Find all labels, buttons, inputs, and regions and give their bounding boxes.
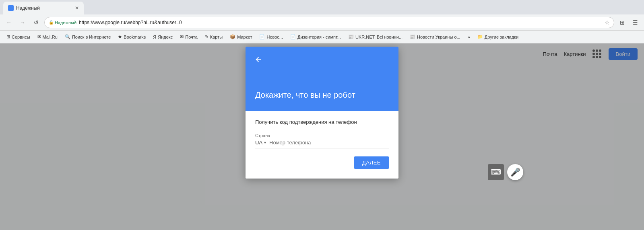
bookmark-maps-label: Карты [210,35,223,39]
novosti-icon: 📄 [259,34,265,39]
bookmark-yandex-label: Яндекс [158,35,173,39]
menu-button[interactable]: ☰ [630,17,641,28]
dialog-title: Докажите, что вы не робот [255,90,389,100]
bookmark-search-internet-label: Поиск в Интернете [72,35,111,39]
bookmark-dizentery-label: Дизентерия - симпт... [297,35,341,39]
bookmark-services[interactable]: ⊞ Сервисы [3,33,33,41]
bookmarks-bar: ⊞ Сервисы ✉ Mail.Ru 🔍 Поиск в Интернете … [0,31,644,43]
lock-icon: 🔒 [49,20,54,25]
bookmark-pochta[interactable]: ✉ Почта [177,33,201,41]
ukrnet-icon: 📰 [348,34,354,39]
bookmark-mailru-label: Mail.Ru [43,35,58,39]
bookmark-novosti-ukrainy[interactable]: 📰 Новости Украины о... [407,33,464,41]
bookmark-search-internet[interactable]: 🔍 Поиск в Интернете [62,33,114,41]
microphone-icon[interactable]: 🎤 [507,164,523,180]
bookmark-services-label: Сервисы [12,35,30,39]
tab-favicon [8,5,14,11]
extensions-button[interactable]: ⊞ [617,17,628,28]
country-select[interactable]: UA ▾ [255,140,266,146]
bookmark-yandex[interactable]: Я Яндекс [150,33,176,41]
bookmark-novosti[interactable]: 📄 Новос... [256,33,286,41]
dialog-back-button[interactable] [252,53,265,66]
bookmark-star-icon[interactable]: ☆ [605,19,610,26]
country-code: UA [255,140,262,146]
address-text: https://www.google.ru/webhp?hl=ru&authus… [79,20,602,25]
browser-frame: Надёжный ✕ ← → ↺ 🔒 Надёжный https://www.… [0,0,644,230]
bookmark-novosti-label: Новос... [266,35,283,39]
bookmark-ukrnet[interactable]: 📰 UKR.NET: Всі новини... [345,33,406,41]
phone-row: UA ▾ [255,140,389,148]
bookmarks-icon: ★ [118,34,122,39]
reload-button[interactable]: ↺ [31,17,42,28]
dialog-instruction: Получить код подтверждения на телефон [255,119,389,125]
bookmark-maps[interactable]: ✎ Карты [202,33,226,41]
forward-button[interactable]: → [17,17,28,28]
bookmark-market-label: Маркет [237,35,252,39]
secure-indicator: 🔒 Надёжный [49,20,76,25]
bookmark-ukrnet-label: UKR.NET: Всі новини... [355,35,402,39]
yandex-icon: Я [153,35,156,39]
tab-bar: Надёжный ✕ [0,0,644,14]
bookmark-other[interactable]: 📁 Другие закладки [474,33,522,41]
dialog-body: Получить код подтверждения на телефон Ст… [246,111,398,179]
secure-label: Надёжный [55,20,76,25]
bookmark-more[interactable]: » [464,33,473,41]
page-area: Почта Картинки Войти [0,43,644,230]
bookmark-mailru[interactable]: ✉ Mail.Ru [34,33,61,41]
bookmark-novosti-ukrainy-label: Новости Украины о... [417,35,460,39]
services-icon: ⊞ [6,34,10,39]
right-icons: ⌨ 🎤 [488,164,523,180]
verify-dialog: Докажите, что вы не робот Получить код п… [246,47,398,179]
tab-close-btn[interactable]: ✕ [75,5,79,11]
bookmark-pochta-label: Почта [185,35,198,39]
nav-bar: ← → ↺ 🔒 Надёжный https://www.google.ru/w… [0,14,644,31]
dialog-footer: ДАЛЕЕ [255,156,389,169]
mailru-icon: ✉ [37,34,41,39]
bookmark-other-label: Другие закладки [485,35,518,39]
back-button[interactable]: ← [3,17,14,28]
other-bookmarks-icon: 📁 [477,34,483,39]
dizentery-icon: 📄 [290,34,296,39]
active-tab[interactable]: Надёжный ✕ [3,2,84,14]
market-icon: 📦 [230,34,235,39]
keyboard-icon[interactable]: ⌨ [488,164,504,180]
bookmark-bookmarks-label: Bookmarks [124,35,146,39]
country-label: Страна [255,133,389,138]
pochta-icon: ✉ [180,34,184,39]
nav-actions: ⊞ ☰ [617,17,641,28]
bookmark-more-label: » [468,35,470,39]
novosti-ukrainy-icon: 📰 [410,34,415,39]
main-content: Почта Картинки Войти [0,43,644,230]
maps-icon: ✎ [205,34,208,39]
address-bar[interactable]: 🔒 Надёжный https://www.google.ru/webhp?h… [44,17,614,28]
phone-input[interactable] [269,140,389,146]
search-internet-icon: 🔍 [65,34,70,39]
bookmark-market[interactable]: 📦 Маркет [227,33,255,41]
bookmark-bookmarks[interactable]: ★ Bookmarks [115,33,149,41]
next-button[interactable]: ДАЛЕЕ [354,156,389,169]
country-chevron-icon: ▾ [264,140,266,145]
dialog-header: Докажите, что вы не робот [246,47,398,111]
tab-title: Надёжный [16,5,72,11]
bookmark-dizentery[interactable]: 📄 Дизентерия - симпт... [287,33,344,41]
